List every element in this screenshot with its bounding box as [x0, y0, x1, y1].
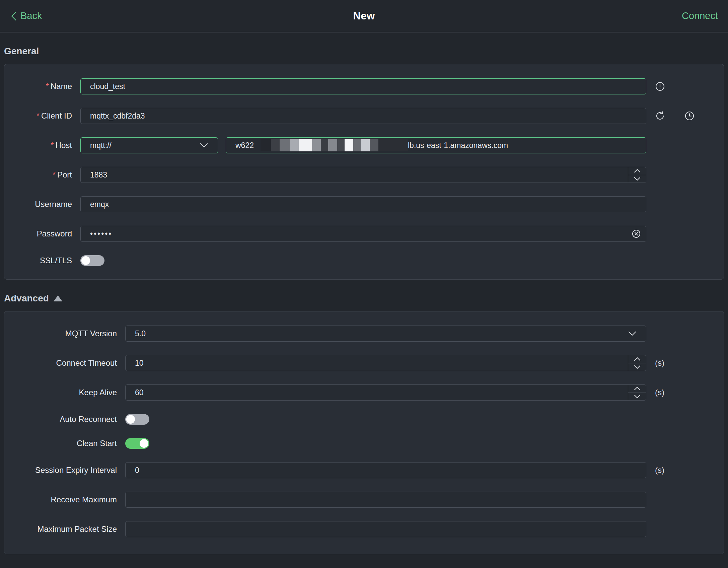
page-title: New [353, 10, 375, 22]
host-protocol-select[interactable]: mqtt:// [80, 137, 218, 153]
chevron-down-icon [628, 331, 637, 336]
back-button-label: Back [20, 10, 42, 21]
chevron-up-icon [634, 357, 641, 361]
spinner-down-button[interactable] [628, 393, 646, 401]
section-heading-advanced[interactable]: Advanced [4, 293, 724, 304]
connect-timeout-spinner [628, 355, 646, 371]
history-clock-icon[interactable] [684, 111, 695, 121]
receive-maximum-input[interactable] [125, 492, 646, 508]
form-row-receive-maximum: Receive Maximum [4, 492, 724, 508]
general-heading-label: General [4, 46, 39, 57]
spinner-down-button[interactable] [628, 363, 646, 371]
chevron-down-icon [634, 365, 641, 369]
advanced-card: MQTT Version 5.0 Connect Timeout [4, 311, 724, 554]
chevron-down-icon [634, 395, 641, 399]
form-row-keep-alive: Keep Alive (s) [4, 384, 724, 401]
maximum-packet-size-input[interactable] [125, 521, 646, 537]
refresh-icon[interactable] [655, 111, 665, 121]
spinner-up-button[interactable] [628, 385, 646, 393]
chevron-down-icon [200, 143, 208, 148]
form-row-port: *Port [4, 167, 724, 183]
clean-start-toggle[interactable] [125, 438, 149, 449]
receive-maximum-label: Receive Maximum [4, 495, 117, 504]
keep-alive-label: Keep Alive [4, 388, 117, 397]
host-address-input[interactable]: w622 lb.us-east-1.amazonaws.com [226, 137, 646, 153]
mqtt-version-value: 5.0 [135, 329, 146, 338]
required-marker: * [51, 141, 54, 150]
host-label: *Host [4, 141, 72, 150]
required-marker: * [37, 111, 40, 120]
connect-timeout-unit: (s) [655, 358, 664, 368]
session-expiry-unit: (s) [655, 466, 664, 475]
ssl-label: SSL/TLS [4, 256, 72, 265]
session-expiry-input[interactable] [125, 462, 646, 478]
chevron-left-icon [10, 11, 17, 21]
port-input[interactable] [80, 167, 646, 183]
username-input[interactable] [80, 196, 646, 212]
alert-circle-icon[interactable] [655, 81, 665, 91]
top-bar: Back New Connect [0, 0, 728, 32]
form-row-username: Username [4, 196, 724, 212]
host-protocol-value: mqtt:// [90, 141, 112, 150]
chevron-up-icon [634, 169, 641, 173]
chevron-up-icon [634, 386, 641, 390]
form-row-session-expiry: Session Expiry Interval (s) [4, 462, 724, 478]
connect-timeout-input[interactable] [125, 355, 646, 371]
keep-alive-spinner [628, 385, 646, 400]
triangle-up-icon [54, 295, 62, 301]
form-row-ssl: SSL/TLS [4, 255, 724, 266]
form-row-mqtt-version: MQTT Version 5.0 [4, 326, 724, 342]
connect-button[interactable]: Connect [682, 10, 718, 21]
form-row-maximum-packet-size: Maximum Packet Size [4, 521, 724, 537]
spinner-down-button[interactable] [628, 175, 646, 183]
host-address-prefix: w622 [235, 141, 254, 150]
connect-timeout-label: Connect Timeout [4, 358, 117, 368]
password-label: Password [4, 229, 72, 238]
x-circle-icon[interactable] [632, 229, 641, 238]
form-row-auto-reconnect: Auto Reconnect [4, 414, 724, 425]
required-marker: * [46, 82, 49, 91]
toggle-knob [81, 256, 90, 265]
ssl-toggle[interactable] [80, 255, 104, 266]
auto-reconnect-label: Auto Reconnect [4, 415, 117, 424]
session-expiry-label: Session Expiry Interval [4, 466, 117, 475]
mqtt-version-label: MQTT Version [4, 329, 117, 338]
toggle-knob [126, 415, 135, 424]
form-row-client-id: *Client ID [4, 108, 724, 124]
form-row-clean-start: Clean Start [4, 438, 724, 449]
form-row-name: *Name [4, 78, 724, 94]
spinner-up-button[interactable] [628, 167, 646, 175]
keep-alive-input[interactable] [125, 384, 646, 401]
toggle-knob [140, 439, 148, 448]
mqtt-version-select[interactable]: 5.0 [125, 326, 646, 342]
port-label: *Port [4, 170, 72, 180]
form-row-password: Password [4, 226, 724, 242]
port-spinner [628, 167, 646, 183]
form-row-host: *Host mqtt:// w622 lb.us-east-1.amazonaw… [4, 137, 724, 153]
clean-start-label: Clean Start [4, 439, 117, 448]
spinner-up-button[interactable] [628, 355, 646, 363]
required-marker: * [53, 170, 56, 179]
chevron-down-icon [634, 177, 641, 181]
client-id-input[interactable] [80, 108, 646, 124]
name-label: *Name [4, 82, 72, 91]
advanced-heading-label: Advanced [4, 293, 49, 304]
auto-reconnect-toggle[interactable] [125, 414, 149, 425]
redacted-host-segment [261, 139, 408, 151]
general-card: *Name *Client ID [4, 64, 724, 280]
client-id-label: *Client ID [4, 111, 72, 121]
form-row-connect-timeout: Connect Timeout (s) [4, 355, 724, 371]
maximum-packet-size-label: Maximum Packet Size [4, 524, 117, 534]
keep-alive-unit: (s) [655, 388, 664, 397]
name-input[interactable] [80, 78, 646, 94]
section-heading-general: General [4, 46, 724, 57]
username-label: Username [4, 200, 72, 209]
host-address-suffix: lb.us-east-1.amazonaws.com [408, 141, 508, 150]
password-input[interactable] [80, 226, 646, 242]
connection-form: General *Name *Client ID [0, 46, 728, 554]
back-button[interactable]: Back [10, 10, 42, 21]
